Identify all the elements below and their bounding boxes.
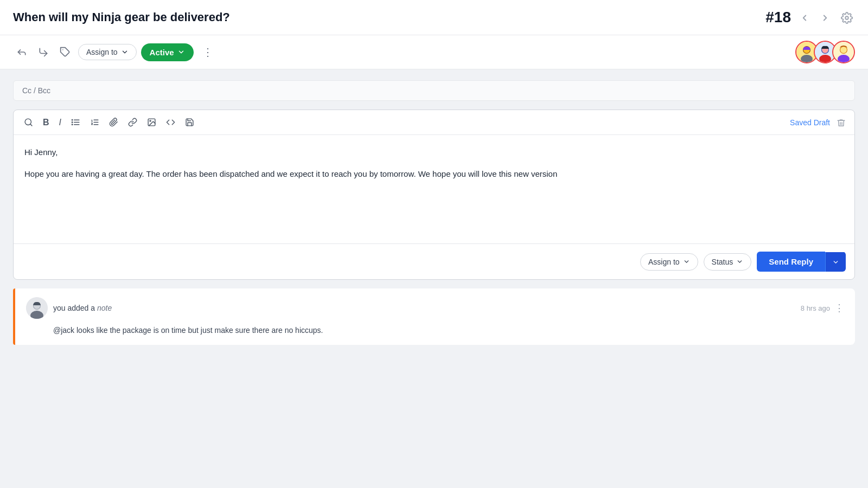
note-avatar <box>26 297 48 319</box>
note-container: you added a note 8 hrs ago ⋮ @jack looks… <box>13 288 855 345</box>
toolbar-right <box>795 41 855 63</box>
assign-to-chevron-icon <box>121 48 129 56</box>
unordered-list-button[interactable] <box>67 115 84 130</box>
ticket-number-prefix: # <box>765 9 774 25</box>
saved-draft-label[interactable]: Saved Draft <box>790 118 830 127</box>
cc-bcc-field[interactable]: Cc / Bcc <box>13 80 855 101</box>
ordered-list-button[interactable] <box>86 115 103 130</box>
status-dropdown-icon <box>736 258 743 265</box>
svg-point-13 <box>840 47 847 53</box>
active-status-button[interactable]: Active <box>141 43 194 61</box>
editor-status-label: Status <box>712 258 733 266</box>
ticket-number-value: 18 <box>774 9 791 25</box>
svg-point-26 <box>150 120 151 121</box>
note-time-ago: 8 hrs ago <box>801 304 830 312</box>
header: When will my Ninja gear be delivered? #1… <box>0 0 868 35</box>
avatar-image-3 <box>833 42 854 62</box>
italic-button[interactable]: I <box>55 115 65 130</box>
note-action: added a <box>67 304 97 312</box>
main-container: When will my Ninja gear be delivered? #1… <box>0 0 868 488</box>
editor-toolbar-right: Saved Draft <box>790 114 848 130</box>
svg-point-19 <box>72 120 72 120</box>
format-search-button[interactable] <box>20 115 37 130</box>
prev-ticket-button[interactable] <box>797 9 812 26</box>
tag-icon-button[interactable] <box>56 43 74 61</box>
note-header: you added a note 8 hrs ago ⋮ <box>26 297 844 319</box>
save-button[interactable] <box>181 115 198 130</box>
editor-footer: Assign to Status Send Reply <box>14 243 854 279</box>
bold-button[interactable]: B <box>39 115 53 130</box>
assign-to-button[interactable]: Assign to <box>78 44 137 60</box>
active-label: Active <box>150 48 174 57</box>
assign-to-dropdown-icon <box>683 258 690 265</box>
editor-assign-to-button[interactable]: Assign to <box>640 253 698 271</box>
assign-to-label: Assign to <box>86 48 118 56</box>
reply-icon-button[interactable] <box>13 43 30 61</box>
toolbar: Assign to Active ⋮ <box>0 35 868 69</box>
note-content: you added a note 8 hrs ago ⋮ @jack looks… <box>15 288 855 345</box>
delete-draft-button[interactable] <box>834 114 848 130</box>
settings-button[interactable] <box>839 9 855 26</box>
svg-line-15 <box>30 124 32 126</box>
avatar <box>832 41 855 63</box>
note-author-avatar <box>26 297 48 319</box>
svg-point-0 <box>845 16 848 20</box>
attachment-button[interactable] <box>105 115 122 130</box>
editor-body[interactable]: Hi Jenny, Hope you are having a great da… <box>14 135 854 243</box>
next-ticket-button[interactable] <box>818 9 832 26</box>
send-reply-dropdown-button[interactable] <box>825 252 846 272</box>
send-reply-group: Send Reply <box>757 252 846 272</box>
note-header-left: you added a note <box>26 297 112 319</box>
image-button[interactable] <box>143 115 160 130</box>
editor-container: B I <box>13 110 855 280</box>
header-right: #18 <box>765 9 855 26</box>
content-area: Cc / Bcc B I <box>0 69 868 488</box>
note-more-button[interactable]: ⋮ <box>834 302 844 314</box>
email-greeting: Hi Jenny, <box>24 146 844 159</box>
note-body: @jack looks like the package is on time … <box>26 324 844 336</box>
note-keyword: note <box>97 304 112 312</box>
email-message: Hope you are having a great day. The ord… <box>24 168 844 181</box>
send-reply-chevron-icon <box>832 259 839 266</box>
note-time-group: 8 hrs ago ⋮ <box>801 302 844 314</box>
svg-point-20 <box>72 122 72 123</box>
editor-assign-to-label: Assign to <box>648 258 680 266</box>
toolbar-left: Assign to Active ⋮ <box>13 43 218 61</box>
note-meta: you added a note <box>53 304 112 312</box>
page-title: When will my Ninja gear be delivered? <box>13 10 230 24</box>
note-author: you <box>53 304 66 312</box>
more-options-button[interactable]: ⋮ <box>198 43 218 61</box>
editor-status-button[interactable]: Status <box>704 253 752 271</box>
code-button[interactable] <box>162 115 179 130</box>
avatar-group <box>795 41 855 63</box>
forward-icon-button[interactable] <box>35 43 52 61</box>
ticket-number: #18 <box>765 9 791 26</box>
send-reply-button[interactable]: Send Reply <box>757 252 825 272</box>
editor-toolbar: B I <box>14 110 854 135</box>
link-button[interactable] <box>124 115 141 130</box>
active-chevron-icon <box>177 48 185 56</box>
svg-point-21 <box>72 124 72 125</box>
